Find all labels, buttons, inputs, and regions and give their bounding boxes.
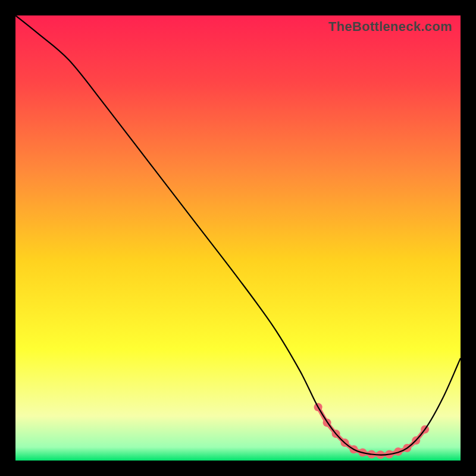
gradient-bg: [15, 15, 461, 461]
chart-frame: TheBottleneck.com: [15, 15, 461, 461]
bottleneck-chart: [15, 15, 461, 461]
watermark-text: TheBottleneck.com: [328, 19, 452, 35]
